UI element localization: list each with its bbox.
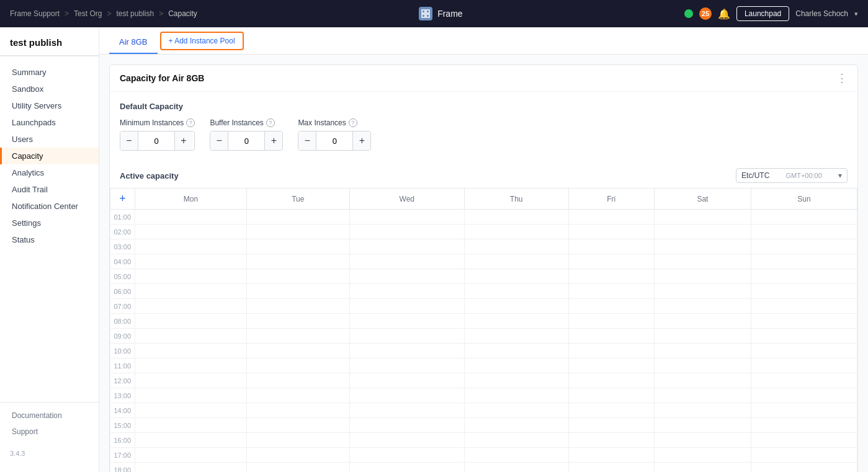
calendar-day-cell[interactable] xyxy=(654,299,751,314)
calendar-day-cell[interactable] xyxy=(654,254,751,269)
sidebar-item-launchpads[interactable]: Launchpads xyxy=(0,114,99,131)
calendar-day-cell[interactable] xyxy=(246,403,349,418)
calendar-day-cell[interactable] xyxy=(135,403,247,418)
breadcrumb-frame-support[interactable]: Frame Support xyxy=(10,9,60,18)
calendar-day-cell[interactable] xyxy=(654,284,751,299)
calendar-day-cell[interactable] xyxy=(654,448,751,463)
calendar-day-cell[interactable] xyxy=(349,358,464,373)
calendar-day-cell[interactable] xyxy=(751,329,857,344)
add-schedule-button[interactable]: + xyxy=(115,192,130,205)
max-instances-increment[interactable]: + xyxy=(353,131,370,150)
calendar-day-cell[interactable] xyxy=(135,358,247,373)
calendar-day-cell[interactable] xyxy=(464,269,568,284)
calendar-day-cell[interactable] xyxy=(751,418,857,433)
calendar-day-cell[interactable] xyxy=(349,314,464,329)
sidebar-item-notification-center[interactable]: Notification Center xyxy=(0,198,99,215)
calendar-day-cell[interactable] xyxy=(464,418,568,433)
calendar-day-cell[interactable] xyxy=(568,433,654,448)
calendar-day-cell[interactable] xyxy=(568,254,654,269)
calendar-day-cell[interactable] xyxy=(135,388,247,403)
calendar-day-cell[interactable] xyxy=(349,269,464,284)
calendar-day-cell[interactable] xyxy=(135,210,247,225)
calendar-day-cell[interactable] xyxy=(246,463,349,473)
calendar-day-cell[interactable] xyxy=(246,358,349,373)
calendar-day-cell[interactable] xyxy=(654,358,751,373)
calendar-day-cell[interactable] xyxy=(246,388,349,403)
calendar-day-cell[interactable] xyxy=(246,284,349,299)
calendar-day-cell[interactable] xyxy=(654,225,751,239)
calendar-day-cell[interactable] xyxy=(349,344,464,358)
calendar-day-cell[interactable] xyxy=(464,254,568,269)
calendar-day-cell[interactable] xyxy=(568,225,654,239)
calendar-day-cell[interactable] xyxy=(751,314,857,329)
calendar-day-cell[interactable] xyxy=(349,210,464,225)
calendar-day-cell[interactable] xyxy=(568,358,654,373)
sidebar-item-settings[interactable]: Settings xyxy=(0,215,99,231)
min-instances-increment[interactable]: + xyxy=(175,131,192,150)
notification-badge[interactable]: 25 xyxy=(699,7,712,20)
calendar-day-cell[interactable] xyxy=(654,269,751,284)
calendar-day-cell[interactable] xyxy=(135,344,247,358)
calendar-day-cell[interactable] xyxy=(349,433,464,448)
calendar-day-cell[interactable] xyxy=(246,344,349,358)
calendar-day-cell[interactable] xyxy=(568,239,654,254)
calendar-day-cell[interactable] xyxy=(349,418,464,433)
calendar-day-cell[interactable] xyxy=(751,403,857,418)
sidebar-item-audit-trail[interactable]: Audit Trail xyxy=(0,181,99,198)
add-instance-pool-button[interactable]: + Add Instance Pool xyxy=(160,32,244,50)
calendar-day-cell[interactable] xyxy=(568,269,654,284)
calendar-day-cell[interactable] xyxy=(246,418,349,433)
calendar-day-cell[interactable] xyxy=(568,388,654,403)
calendar-day-cell[interactable] xyxy=(464,344,568,358)
calendar-day-cell[interactable] xyxy=(751,284,857,299)
calendar-day-cell[interactable] xyxy=(349,239,464,254)
sidebar-item-support[interactable]: Support xyxy=(0,424,99,440)
calendar-day-cell[interactable] xyxy=(751,344,857,358)
calendar-day-cell[interactable] xyxy=(751,433,857,448)
calendar-day-cell[interactable] xyxy=(751,210,857,225)
card-menu-button[interactable]: ⋮ xyxy=(836,73,848,84)
breadcrumb-test-org[interactable]: Test Org xyxy=(74,9,102,18)
buffer-instances-decrement[interactable]: − xyxy=(210,131,228,150)
calendar-day-cell[interactable] xyxy=(568,210,654,225)
bell-icon[interactable]: 🔔 xyxy=(718,8,730,20)
calendar-day-cell[interactable] xyxy=(135,225,247,239)
calendar-day-cell[interactable] xyxy=(654,239,751,254)
calendar-day-cell[interactable] xyxy=(568,329,654,344)
calendar-day-cell[interactable] xyxy=(654,344,751,358)
calendar-day-cell[interactable] xyxy=(464,358,568,373)
calendar-day-cell[interactable] xyxy=(654,373,751,388)
sidebar-item-status[interactable]: Status xyxy=(0,231,99,248)
calendar-day-cell[interactable] xyxy=(349,463,464,473)
calendar-day-cell[interactable] xyxy=(464,433,568,448)
calendar-day-cell[interactable] xyxy=(464,463,568,473)
calendar-day-cell[interactable] xyxy=(135,239,247,254)
calendar-day-cell[interactable] xyxy=(568,418,654,433)
calendar-day-cell[interactable] xyxy=(568,403,654,418)
calendar-day-cell[interactable] xyxy=(246,269,349,284)
calendar-day-cell[interactable] xyxy=(349,448,464,463)
calendar-day-cell[interactable] xyxy=(464,448,568,463)
calendar-day-cell[interactable] xyxy=(135,433,247,448)
launchpad-button[interactable]: Launchpad xyxy=(736,6,789,21)
calendar-day-cell[interactable] xyxy=(135,448,247,463)
user-chevron-icon[interactable]: ▾ xyxy=(854,10,858,18)
calendar-day-cell[interactable] xyxy=(246,299,349,314)
sidebar-item-documentation[interactable]: Documentation xyxy=(0,407,99,424)
calendar-day-cell[interactable] xyxy=(751,225,857,239)
calendar-day-cell[interactable] xyxy=(135,373,247,388)
calendar-day-cell[interactable] xyxy=(349,299,464,314)
max-instances-decrement[interactable]: − xyxy=(298,131,316,150)
calendar-day-cell[interactable] xyxy=(246,448,349,463)
calendar-day-cell[interactable] xyxy=(464,373,568,388)
calendar-day-cell[interactable] xyxy=(349,403,464,418)
calendar-day-cell[interactable] xyxy=(568,344,654,358)
calendar-day-cell[interactable] xyxy=(246,433,349,448)
sidebar-item-utility-servers[interactable]: Utility Servers xyxy=(0,97,99,114)
calendar-day-cell[interactable] xyxy=(135,418,247,433)
min-instances-help-icon[interactable]: ? xyxy=(186,118,195,127)
min-instances-input[interactable] xyxy=(138,131,175,150)
calendar-day-cell[interactable] xyxy=(246,254,349,269)
calendar-day-cell[interactable] xyxy=(464,225,568,239)
calendar-day-cell[interactable] xyxy=(568,299,654,314)
